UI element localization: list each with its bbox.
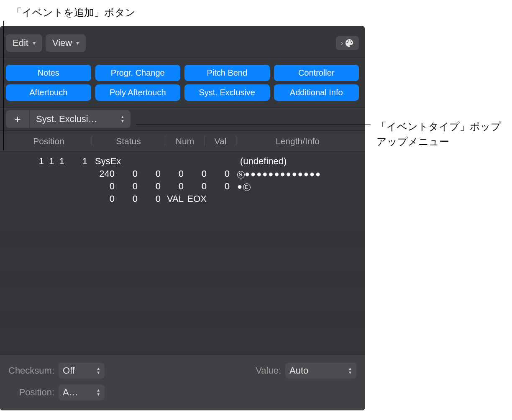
filter-pitch-bend[interactable]: Pitch Bend [184, 65, 270, 81]
filter-syst-exclusive[interactable]: Syst. Exclusive [184, 84, 270, 101]
byte[interactable]: 0 [207, 168, 230, 180]
footer-controls: Checksum: Off ▲▼ Value: Auto ▲▼ Position… [0, 355, 365, 410]
dot-sequence: ●●●●●●●●●●●●● [245, 169, 321, 178]
stepper-icon: ▲▼ [120, 115, 125, 123]
event-status[interactable]: SysEx [92, 155, 165, 168]
col-num[interactable]: Num [165, 136, 205, 146]
sysex-bytes: 240 0 0 0 0 0 S●●●●●●●●●●●●● 0 0 0 0 0 0… [0, 168, 365, 205]
byte[interactable]: 0 [161, 168, 184, 180]
event-num[interactable] [165, 155, 205, 168]
callout-event-type-popup: 「イベントタイプ」ポップ アップメニュー [376, 119, 501, 149]
checksum-select[interactable]: Off ▲▼ [59, 363, 105, 379]
stepper-icon: ▲▼ [348, 367, 352, 375]
filter-aftertouch[interactable]: Aftertouch [6, 84, 91, 101]
stepper-icon: ▲▼ [96, 367, 100, 375]
event-position[interactable]: 1 1 1 1 [6, 155, 92, 168]
col-val[interactable]: Val [205, 136, 236, 146]
filter-progr-change[interactable]: Progr. Change [95, 65, 181, 81]
filter-grid: Notes Progr. Change Pitch Bend Controlle… [0, 58, 365, 108]
byte[interactable]: 240 [92, 168, 115, 180]
event-val[interactable] [205, 155, 236, 168]
byte[interactable]: 0 [115, 168, 138, 180]
chevron-down-icon: ▾ [76, 40, 79, 46]
add-event-button[interactable]: + [6, 110, 29, 128]
chevron-down-icon: ▾ [33, 40, 36, 46]
color-palette-button[interactable]: › [336, 36, 359, 50]
byte[interactable]: 0 [115, 193, 138, 205]
edit-menu[interactable]: Edit ▾ [6, 34, 42, 52]
edit-menu-label: Edit [13, 38, 28, 48]
byte[interactable]: 0 [115, 180, 138, 193]
byte[interactable]: 0 [138, 168, 161, 180]
empty-row [0, 250, 365, 270]
callout-add-button: 「イベントを追加」ボタン [12, 6, 136, 19]
byte[interactable]: 0 [92, 193, 115, 205]
byte-val-label[interactable]: VAL [161, 193, 184, 205]
stepper-icon: ▲▼ [96, 388, 100, 397]
empty-row [0, 330, 365, 350]
empty-row [0, 270, 365, 290]
value-value: Auto [289, 365, 308, 376]
callout-text-line1: 「イベントタイプ」ポップ [376, 121, 501, 132]
plus-icon: + [14, 113, 20, 126]
dot: ● [237, 182, 243, 191]
filter-notes[interactable]: Notes [6, 65, 91, 81]
checksum-value: Off [63, 365, 75, 376]
sysex-bytes-row2[interactable]: 0 0 0 0 0 0 ●E [6, 180, 365, 193]
value-select[interactable]: Auto ▲▼ [285, 363, 356, 379]
callout-text-line2: アップメニュー [376, 136, 449, 147]
callout-line-vertical [3, 21, 4, 150]
event-row[interactable]: 1 1 1 1 SysEx (undefined) [0, 155, 365, 168]
col-status[interactable]: Status [92, 136, 165, 146]
event-length-info[interactable]: (undefined) [236, 155, 359, 168]
byte[interactable]: 0 [184, 168, 207, 180]
palette-icon [345, 38, 354, 48]
circled-s-icon: S [237, 171, 245, 178]
view-menu[interactable]: View ▾ [46, 34, 86, 52]
sysex-dots-row2: ●E [230, 180, 251, 193]
event-data-area: 1 1 1 1 SysEx (undefined) 240 0 0 0 0 0 … [0, 152, 365, 205]
byte[interactable]: 0 [184, 180, 207, 193]
byte[interactable]: 0 [161, 180, 184, 193]
sysex-bytes-row1[interactable]: 240 0 0 0 0 0 S●●●●●●●●●●●●● [6, 168, 365, 180]
sysex-bytes-row3[interactable]: 0 0 0 VAL EOX [6, 193, 365, 205]
circled-e-icon: E [243, 183, 251, 191]
top-toolbar: Edit ▾ View ▾ › [0, 26, 365, 58]
chevron-right-icon: › [341, 40, 343, 46]
empty-row [0, 310, 365, 330]
position-label: Position: [8, 387, 54, 398]
byte[interactable]: 0 [138, 193, 161, 205]
view-menu-label: View [52, 38, 72, 48]
event-type-popup[interactable]: Syst. Exclusi… ▲▼ [30, 110, 131, 128]
byte[interactable]: 0 [92, 180, 115, 193]
sysex-dots-row1: S●●●●●●●●●●●●● [230, 168, 321, 180]
byte[interactable]: 0 [138, 180, 161, 193]
position-select[interactable]: A… ▲▼ [59, 384, 105, 400]
event-list-panel: Edit ▾ View ▾ › Notes Progr. Change Pitc… [0, 26, 365, 410]
byte[interactable]: 0 [207, 180, 230, 193]
value-label: Value: [256, 365, 281, 376]
empty-rows-area [0, 210, 365, 352]
filter-controller[interactable]: Controller [274, 65, 359, 81]
position-value: A… [63, 387, 78, 398]
add-event-row: + Syst. Exclusi… ▲▼ [0, 108, 365, 131]
col-position[interactable]: Position [6, 136, 92, 146]
checksum-label: Checksum: [8, 365, 54, 376]
byte-eox-label[interactable]: EOX [184, 193, 207, 205]
event-type-label: Syst. Exclusi… [36, 114, 97, 125]
filter-poly-aftertouch[interactable]: Poly Aftertouch [95, 84, 181, 101]
empty-row [0, 230, 365, 250]
column-headers: Position Status Num Val Length/Info [0, 131, 365, 152]
col-length-info[interactable]: Length/Info [236, 136, 359, 146]
empty-row [0, 210, 365, 230]
empty-row [0, 290, 365, 310]
filter-additional-info[interactable]: Additional Info [274, 84, 359, 101]
callout-line-horizontal [136, 125, 371, 125]
